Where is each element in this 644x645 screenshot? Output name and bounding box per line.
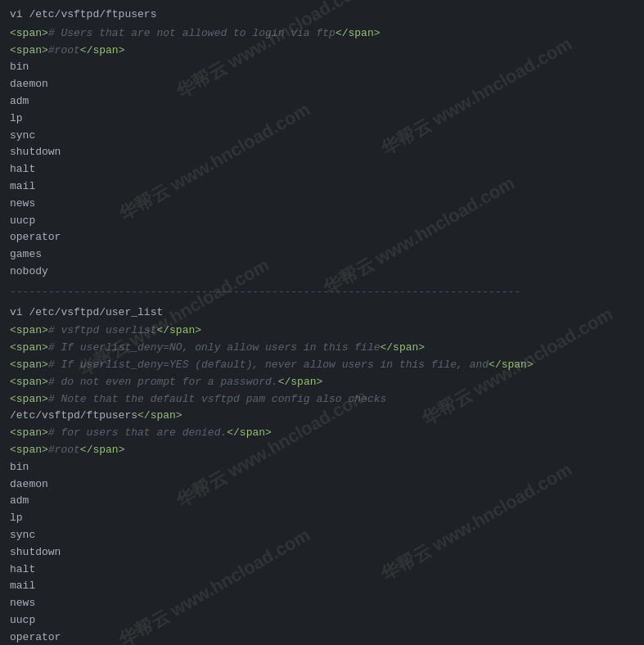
user-daemon-2: daemon [10,476,634,494]
user-uucp-2: uucp [10,612,634,629]
user-games-1: games [10,246,634,264]
user-news-1: news [10,196,634,213]
comment-line-1: <span># Users that are not allowed to lo… [10,25,634,43]
comment-line-root1: <span>#root</span> [10,43,634,60]
user-uucp-1: uucp [10,213,634,230]
user-bin-2: bin [10,459,634,476]
user-adm-2: adm [10,493,634,510]
comment-root2: <span>#root</span> [10,442,634,459]
user-sync-1: sync [10,128,634,145]
user-lp-1: lp [10,111,634,128]
comment-deny-no: <span># If userlist_deny=NO, only allow … [10,340,634,357]
comment-note-path: /etc/vsftpd/ftpusers</span> [10,408,634,425]
user-lp-2: lp [10,510,634,527]
user-operator-2: operator [10,629,634,645]
divider-line: ----------------------------------------… [10,284,634,301]
user-halt-2: halt [10,562,634,579]
user-shutdown-2: shutdown [10,544,634,562]
command-line-2: vi /etc/vsftpd/user_list [10,304,634,322]
user-mail-2: mail [10,578,634,595]
user-nobody-1: nobody [10,264,634,281]
comment-denied: <span># for users that are denied.</span… [10,425,634,442]
comment-deny-yes: <span># If userlist_deny=YES (default), … [10,357,634,374]
command-line-1: vi /etc/vsftpd/ftpusers [10,7,634,24]
user-daemon-1: daemon [10,76,634,93]
terminal-container: 华帮云 www.hncload.com 华帮云 www.hncload.com … [0,0,644,645]
user-adm-1: adm [10,93,634,111]
user-news-2: news [10,595,634,612]
comment-note: <span># Note that the default vsftpd pam… [10,391,634,408]
user-shutdown-1: shutdown [10,144,634,161]
comment-no-prompt: <span># do not even prompt for a passwor… [10,374,634,391]
user-operator-1: operator [10,229,634,246]
user-mail-1: mail [10,178,634,196]
user-bin-1: bin [10,59,634,76]
comment-userlist: <span># vsftpd userlist</span> [10,322,634,340]
user-halt-1: halt [10,161,634,178]
user-sync-2: sync [10,527,634,544]
